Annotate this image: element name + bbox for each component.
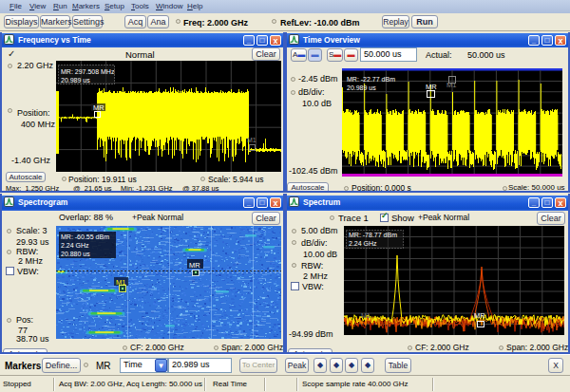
svg-text:2.24 GHz: 2.24 GHz — [61, 242, 89, 249]
svg-text:M1: M1 — [446, 81, 456, 89]
svg-text:MR: -60.55 dBm: MR: -60.55 dBm — [61, 233, 109, 240]
svg-text:M1: M1 — [247, 137, 256, 143]
svg-text:2.24 GHz: 2.24 GHz — [349, 240, 377, 247]
svg-text:MR: -78.77 dBm: MR: -78.77 dBm — [349, 232, 397, 238]
svg-text:MR: MR — [93, 103, 104, 112]
svg-text:M1: M1 — [361, 312, 370, 319]
svg-text:MR: MR — [426, 83, 437, 91]
svg-text:MR: 297.508 MHz: MR: 297.508 MHz — [61, 68, 115, 75]
svg-text:20.989 us: 20.989 us — [347, 84, 376, 91]
svg-text:20.989 us: 20.989 us — [61, 77, 90, 84]
svg-text:MR: -22.77 dBm: MR: -22.77 dBm — [347, 76, 395, 83]
svg-text:20.880 us: 20.880 us — [61, 251, 90, 257]
svg-text:MR: MR — [474, 311, 485, 320]
svg-text:MR: MR — [189, 261, 200, 270]
